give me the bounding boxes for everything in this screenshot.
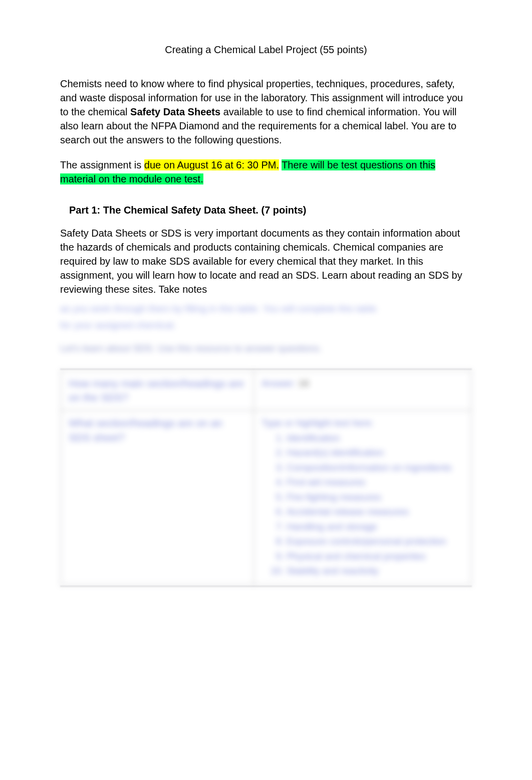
list-item: Stability and reactivity (287, 564, 463, 578)
list-item: Fire-fighting measures (287, 490, 463, 505)
list-item: Handling and storage (287, 520, 463, 534)
answer-lead: Type or highlight text here: (261, 416, 463, 431)
intro-bold-sds: Safety Data Sheets (130, 106, 220, 117)
intro-paragraph: Chemists need to know where to find phys… (60, 77, 472, 147)
obscured-line-1: as you work through them by filling in t… (60, 302, 472, 316)
due-prefix: The assignment is (60, 159, 144, 170)
list-item: Accidental release measures (287, 505, 463, 519)
list-item: Physical and chemical properties (287, 549, 463, 564)
sds-sections-list: Identification Hazard(s) identification … (285, 431, 463, 578)
table-bottom-separator (60, 586, 472, 587)
a1-cell: Answer: 16 (253, 370, 471, 411)
list-item: First-aid measures (287, 475, 463, 490)
q1-cell: How many main section/headings are on th… (61, 370, 254, 411)
part1-heading: Part 1: The Chemical Safety Data Sheet. … (69, 203, 472, 217)
list-item: Identification (287, 431, 463, 446)
obscured-line-3: Let's learn about SDS. Use this resource… (60, 342, 472, 355)
due-date-highlight: due on August 16 at 6: 30 PM. (144, 159, 279, 170)
part1-body: Safety Data Sheets or SDS is very import… (60, 226, 472, 296)
obscured-line-2: for your assigned chemical. (60, 319, 472, 332)
table-row: How many main section/headings are on th… (61, 370, 471, 411)
list-item: Exposure controls/personal protection (287, 534, 463, 549)
list-item: Hazard(s) identification (287, 446, 463, 460)
q2-cell: What section/headings are on an SDS shee… (61, 411, 254, 585)
answer-label: Answer: (261, 378, 296, 388)
a2-cell: Type or highlight text here: Identificat… (253, 411, 471, 585)
sds-questions-table: How many main section/headings are on th… (60, 370, 472, 586)
due-paragraph: The assignment is due on August 16 at 6:… (60, 158, 472, 186)
page-title: Creating a Chemical Label Project (55 po… (60, 43, 472, 57)
table-row: What section/headings are on an SDS shee… (61, 411, 471, 585)
list-item: Composition/information on ingredients (287, 461, 463, 475)
answer-value: 16 (299, 378, 309, 388)
